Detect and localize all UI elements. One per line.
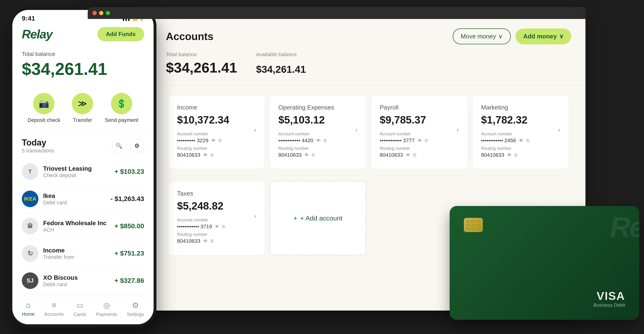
total-balance-item: Total balance $34,261.41 <box>166 52 237 76</box>
account-card-income[interactable]: Income $10,372.34 › Account number •••••… <box>168 95 265 169</box>
eye-icon[interactable]: 👁 <box>304 152 309 158</box>
routing-number-section: Routing number 80410633 👁 ⎘ <box>278 146 358 158</box>
transfer-action[interactable]: ≫ Transfer <box>72 93 93 123</box>
eye-icon[interactable]: 👁 <box>507 152 512 158</box>
account-name: Operating Expenses <box>278 104 358 111</box>
copy-icon[interactable]: ⎘ <box>211 238 214 244</box>
account-name: Income <box>177 104 256 111</box>
copy-icon[interactable]: ⎘ <box>413 152 416 158</box>
phone-time: 9:41 <box>22 15 35 22</box>
account-number-row: •••••••••••• 2456 👁 ⎘ <box>481 138 560 144</box>
routing-number-row: 80410633 👁 ⎘ <box>278 152 358 158</box>
copy-icon[interactable]: ⎘ <box>425 138 428 144</box>
routing-number-label: Routing number <box>177 232 256 237</box>
transaction-amount: - $1,263.43 <box>110 195 144 203</box>
eye-icon[interactable]: 👁 <box>406 152 410 158</box>
search-button[interactable]: 🔍 <box>112 139 126 153</box>
account-card-marketing[interactable]: Marketing $1,782.32 › Account number •••… <box>472 95 569 169</box>
eye-icon[interactable]: 👁 <box>215 224 220 230</box>
add-account-plus-icon: + <box>294 214 297 222</box>
transaction-amount: + $751.23 <box>114 250 144 257</box>
add-account-label: + Add account <box>300 214 342 222</box>
copy-icon[interactable]: ⎘ <box>514 152 518 158</box>
eye-icon[interactable]: 👁 <box>211 138 216 144</box>
account-card-operating[interactable]: Operating Expenses $5,103.12 › Account n… <box>270 95 366 169</box>
deposit-check-action[interactable]: 📷 Deposit check <box>28 93 60 123</box>
move-money-button[interactable]: Move money ∨ <box>453 28 511 44</box>
eye-icon[interactable]: 👁 <box>203 238 208 244</box>
chip-line <box>471 220 476 223</box>
account-number-value: •••••••••••• 2456 <box>481 138 516 144</box>
card-visa: VISA Business Debit <box>594 290 625 308</box>
account-number-label: Account number <box>177 132 256 136</box>
add-account-button[interactable]: + + Add account <box>294 214 342 222</box>
routing-number-row: 80410633 👁 ⎘ <box>481 152 560 158</box>
routing-number-value: 80410633 <box>380 152 403 158</box>
chip-line <box>476 220 481 223</box>
send-payment-action[interactable]: 💲 Send payment <box>105 93 138 123</box>
chip-line <box>466 220 470 223</box>
transaction-amount: + $850.00 <box>114 222 144 230</box>
copy-icon[interactable]: ⎘ <box>219 138 222 144</box>
transaction-item[interactable]: T Triovest Leasing Check deposit + $103.… <box>22 158 144 185</box>
minimize-dot[interactable] <box>99 11 103 15</box>
nav-cards[interactable]: ▭ Cards <box>74 301 86 317</box>
account-chevron-icon: › <box>456 126 459 134</box>
add-money-button[interactable]: Add money ∨ <box>516 28 571 44</box>
copy-icon[interactable]: ⎘ <box>211 152 214 158</box>
account-number-section: Account number •••••••••• 3229 👁 ⎘ <box>177 132 256 144</box>
account-name: Taxes <box>177 190 256 197</box>
transaction-info: Fedora Wholesale Inc ACH <box>43 220 110 233</box>
nav-home[interactable]: ⌂ Home <box>22 301 34 317</box>
account-balance: $5,103.12 <box>278 114 358 126</box>
account-number-label: Account number <box>278 132 358 136</box>
nav-payments[interactable]: ◎ Payments <box>96 301 117 317</box>
triovest-avatar: T <box>22 163 38 180</box>
routing-number-section: Routing number 80410633 👁 ⎘ <box>177 232 256 244</box>
header-actions: Move money ∨ Add money ∨ <box>453 28 571 44</box>
transaction-item[interactable]: 🏛 Fedora Wholesale Inc ACH + $850.00 <box>22 213 144 240</box>
nav-settings[interactable]: ⚙ Settings <box>127 301 144 317</box>
routing-number-label: Routing number <box>481 146 560 151</box>
account-card-payroll[interactable]: Payroll $9,785.37 › Account number •••••… <box>371 95 468 169</box>
account-number-value: •••••••••••• 3719 <box>177 224 212 230</box>
card-chip <box>464 218 483 232</box>
routing-number-value: 80410633 <box>481 152 504 158</box>
transaction-item[interactable]: IKEA Ikea Debit card - $1,263.43 <box>22 185 144 213</box>
copy-icon[interactable]: ⎘ <box>222 224 225 230</box>
add-money-chevron-icon: ∨ <box>559 33 564 40</box>
chip-line <box>466 224 470 226</box>
accounts-grid: Income $10,372.34 › Account number •••••… <box>152 93 586 172</box>
filter-button[interactable]: ⚙ <box>130 139 144 153</box>
transaction-name: Ikea <box>43 192 106 200</box>
transaction-type: Debit card <box>43 200 106 206</box>
move-money-chevron-icon: ∨ <box>498 33 503 40</box>
routing-number-section: Routing number 80410633 👁 ⎘ <box>380 146 459 158</box>
add-funds-button[interactable]: Add Funds <box>98 27 144 41</box>
copy-icon[interactable]: ⎘ <box>312 152 315 158</box>
eye-icon[interactable]: 👁 <box>519 138 524 144</box>
account-number-label: Account number <box>177 218 256 222</box>
eye-icon[interactable]: 👁 <box>316 138 321 144</box>
copy-icon[interactable]: ⎘ <box>526 138 529 144</box>
maximize-dot[interactable] <box>106 11 110 15</box>
routing-number-label: Routing number <box>278 146 358 151</box>
transaction-item[interactable]: ↻ Income Transfer from + $751.23 <box>22 240 144 267</box>
close-dot[interactable] <box>92 11 97 15</box>
deposit-check-icon: 📷 <box>33 93 54 114</box>
phone-transactions-count: 5 transactions <box>22 148 54 154</box>
account-number-section: Account number •••••••••••• 2456 👁 ⎘ <box>481 132 560 144</box>
transaction-name: Triovest Leasing <box>43 165 110 172</box>
copy-icon[interactable]: ⎘ <box>324 138 326 144</box>
eye-icon[interactable]: 👁 <box>418 138 422 144</box>
routing-number-row: 80410633 👁 ⎘ <box>177 238 256 244</box>
account-balance: $5,248.82 <box>177 200 256 212</box>
eye-icon[interactable]: 👁 <box>203 152 208 158</box>
nav-accounts[interactable]: ≡ Accounts <box>44 301 64 317</box>
phone-today-controls: 🔍 ⚙ <box>112 139 144 153</box>
add-account-card[interactable]: + + Add account <box>270 181 366 255</box>
home-nav-label: Home <box>22 312 34 317</box>
account-card-taxes[interactable]: Taxes $5,248.82 › Account number •••••••… <box>168 181 265 255</box>
card-bottom: VISA Business Debit <box>464 290 625 308</box>
transaction-item[interactable]: SJ XO Biscous Debit card + $327.86 <box>22 267 144 294</box>
